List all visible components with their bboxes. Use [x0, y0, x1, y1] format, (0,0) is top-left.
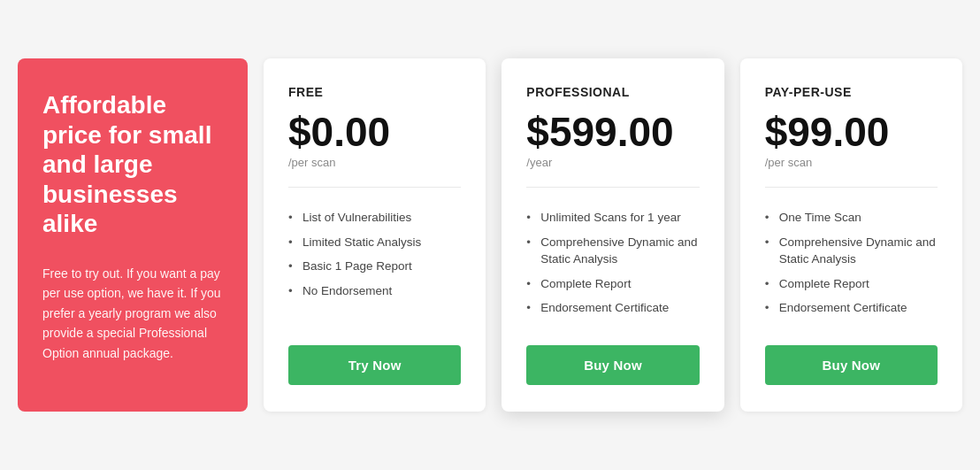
list-item: Complete Report	[765, 272, 938, 297]
divider-pay-per-use	[765, 187, 938, 188]
plan-period-professional: /year	[526, 156, 699, 169]
plan-name-pay-per-use: PAY-PER-USE	[765, 85, 938, 99]
plan-name-free: FREE	[288, 85, 461, 99]
divider-professional	[526, 187, 699, 188]
feature-list-pay-per-use: One Time ScanComprehensive Dynamic and S…	[765, 205, 938, 320]
buy-button-free[interactable]: Try Now	[288, 345, 461, 385]
list-item: Comprehensive Dynamic and Static Analysi…	[765, 230, 938, 272]
list-item: Endorsement Certificate	[765, 296, 938, 320]
feature-list-professional: Unlimited Scans for 1 yearComprehensive …	[526, 205, 699, 320]
plan-card-pay-per-use: PAY-PER-USE$99.00/per scanOne Time ScanC…	[740, 58, 962, 412]
list-item: No Endorsement	[288, 279, 461, 304]
plan-card-free: FREE$0.00/per scanList of Vulnerabilitie…	[264, 58, 486, 412]
plan-period-free: /per scan	[288, 156, 461, 169]
list-item: Complete Report	[526, 272, 699, 297]
intro-body: Free to try out. If you want a pay per u…	[42, 264, 223, 363]
list-item: List of Vulnerabilities	[288, 205, 461, 230]
plan-price-pay-per-use: $99.00	[765, 112, 938, 152]
plan-price-professional: $599.00	[526, 112, 699, 152]
plan-price-free: $0.00	[288, 112, 461, 152]
feature-list-free: List of VulnerabilitiesLimited Static An…	[288, 205, 461, 320]
divider-free	[288, 187, 461, 188]
buy-button-pay-per-use[interactable]: Buy Now	[765, 345, 938, 385]
list-item: Unlimited Scans for 1 year	[526, 205, 699, 230]
list-item: One Time Scan	[765, 205, 938, 230]
buy-button-professional[interactable]: Buy Now	[526, 345, 699, 385]
pricing-container: Affordable price for small and large bus…	[18, 58, 962, 412]
plan-card-professional: PROFESSIONAL$599.00/yearUnlimited Scans …	[501, 58, 724, 412]
intro-heading: Affordable price for small and large bus…	[42, 90, 223, 239]
list-item: Endorsement Certificate	[526, 296, 699, 320]
intro-card: Affordable price for small and large bus…	[18, 58, 248, 412]
plan-period-pay-per-use: /per scan	[765, 156, 938, 169]
list-item: Limited Static Analysis	[288, 230, 461, 255]
list-item: Comprehensive Dynamic and Static Analysi…	[526, 230, 699, 272]
plan-name-professional: PROFESSIONAL	[526, 85, 699, 99]
list-item: Basic 1 Page Report	[288, 254, 461, 279]
